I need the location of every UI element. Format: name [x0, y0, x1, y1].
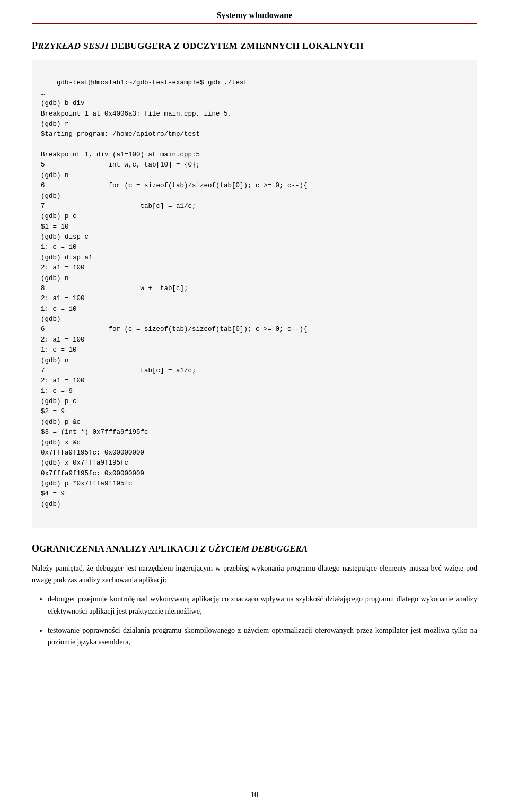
page-container: Systemy wbudowane PRZYKŁAD SESJI DEBUGGE…: [0, 0, 509, 812]
page-header: Systemy wbudowane: [32, 11, 477, 24]
bullet-item-1: debugger przejmuje kontrolę nad wykonywa…: [48, 593, 477, 617]
section2-heading: OGRANICZENIA ANALIZY APLIKACJI Z UŻYCIEM…: [32, 543, 477, 554]
bullet-list: debugger przejmuje kontrolę nad wykonywa…: [48, 593, 477, 649]
bullet-item-2: testowanie poprawności działania program…: [48, 625, 477, 649]
section2-heading-main: GRANICZENIA ANALIZY APLIKACJI: [39, 544, 200, 554]
section2-heading-prefix: O: [32, 543, 39, 554]
page-number: 10: [32, 791, 477, 799]
section2-heading-italic: Z UŻYCIEM DEBUGGERA: [200, 544, 308, 554]
intro-paragraph: Należy pamiętać, że debugger jest narzęd…: [32, 563, 477, 587]
section1-title-prefix: P: [32, 40, 38, 51]
code-content: gdb-test@dmcslab1:~/gdb-test-example$ gd…: [41, 79, 308, 508]
section1-title-italic: RZYKŁAD SESJI: [38, 41, 109, 51]
section1-title-suffix: DEBUGGERA Z ODCZYTEM ZMIENNYCH LOKALNYCH: [109, 41, 364, 51]
section1-title: PRZYKŁAD SESJI DEBUGGERA Z ODCZYTEM ZMIE…: [32, 40, 477, 51]
page-title: Systemy wbudowane: [217, 11, 293, 20]
code-block: gdb-test@dmcslab1:~/gdb-test-example$ gd…: [32, 60, 477, 528]
